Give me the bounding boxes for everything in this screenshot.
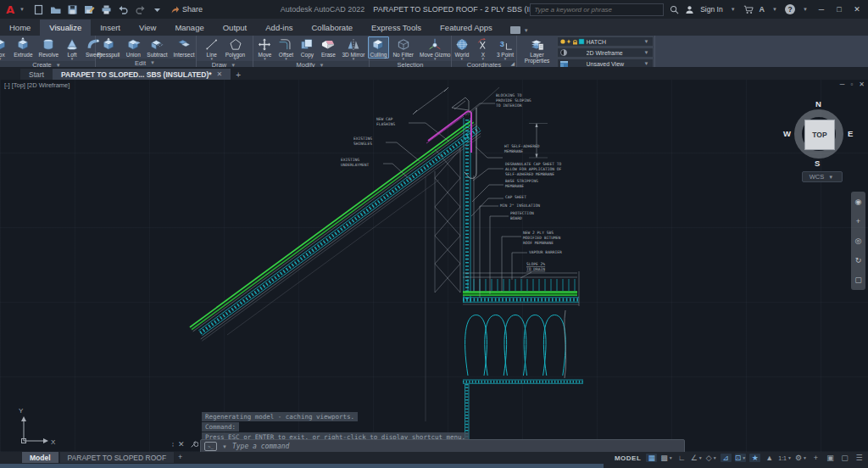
redo-icon[interactable] — [135, 4, 147, 15]
app-logo-icon[interactable]: A — [3, 3, 18, 16]
command-prompt-icon[interactable]: >_ — [204, 442, 217, 451]
offset-button[interactable]: Offset▾ — [275, 36, 296, 61]
command-close-icon[interactable]: ✕ — [178, 440, 185, 448]
revolve-button[interactable]: Revolve — [36, 36, 61, 58]
dropdown-caret-icon[interactable]: ▼ — [644, 50, 649, 55]
command-caret-icon[interactable]: ▼ — [222, 444, 227, 449]
close-button[interactable]: ✕ — [851, 5, 863, 14]
annotation-visibility-icon[interactable]: ★ — [749, 454, 760, 462]
3-point-button[interactable]: 33 Point▾ — [494, 36, 516, 61]
viewcube-east[interactable]: E — [848, 129, 853, 138]
subtract-button[interactable]: Subtract — [144, 36, 170, 58]
no-filter-button[interactable]: No Filter▾ — [390, 36, 416, 61]
presspull-button[interactable]: Presspull — [95, 36, 123, 58]
ribbon-tab-featured-apps[interactable]: Featured Apps — [431, 20, 502, 36]
layer-properties-button[interactable]: Layer Properties — [519, 36, 556, 64]
culling-button[interactable]: Culling — [368, 36, 390, 58]
panel-label-edit[interactable]: Edit▼ — [96, 58, 196, 67]
isodraft-icon[interactable]: ◇▼ — [706, 454, 717, 462]
command-drag-handle-icon[interactable]: ⁞ — [172, 442, 173, 448]
apps-caret-icon[interactable]: ▼ — [772, 7, 777, 12]
app-menu-caret-icon[interactable]: ▼ — [19, 7, 25, 12]
plot-icon[interactable] — [101, 4, 113, 15]
ucs-icon[interactable]: Y X — [19, 407, 56, 446]
union-button[interactable]: Union — [123, 36, 143, 58]
dropdown-2d-wireframe[interactable]: 2D Wireframe▼ — [557, 47, 654, 58]
annotation-autoscale-icon[interactable]: ▲ — [764, 454, 775, 462]
ribbon-tab-output[interactable]: Output — [214, 20, 257, 36]
dropdown-caret-icon[interactable]: ▼ — [644, 61, 649, 66]
ribbon-tab-manage[interactable]: Manage — [165, 20, 213, 36]
command-customize-wrench-icon[interactable] — [190, 440, 198, 448]
viewcube[interactable]: TOP N S W E — [785, 100, 853, 168]
navigation-wheel-icon[interactable]: ◉ — [855, 198, 862, 206]
panel-launcher-icon[interactable]: ◢ — [510, 60, 515, 66]
doc-close-icon[interactable]: ✕ — [859, 81, 865, 88]
polygon-button[interactable]: Polygon▾ — [223, 36, 248, 61]
zoom-icon[interactable]: ◎ — [855, 237, 862, 245]
autodesk-apps-icon[interactable]: A — [760, 5, 765, 14]
undo-icon[interactable] — [118, 4, 130, 15]
pan-icon[interactable]: + — [856, 217, 860, 226]
qat-customize-icon[interactable] — [152, 4, 164, 15]
showmotion-icon[interactable]: ▢ — [854, 276, 862, 284]
object-snap-icon[interactable]: ⊡▼ — [735, 454, 747, 462]
object-snap-tracking-icon[interactable]: ⊿ — [721, 454, 732, 462]
share-button[interactable]: Share — [170, 5, 203, 14]
grid-icon[interactable]: ▦ — [646, 454, 657, 462]
ribbon-tab-collaborate[interactable]: Collaborate — [302, 20, 362, 36]
ribbon-tab-insert[interactable]: Insert — [91, 20, 130, 36]
graphics-performance-icon[interactable]: ▣ — [825, 454, 836, 462]
search-icon[interactable] — [670, 5, 679, 14]
annotation-scale-icon[interactable]: 1:1▼ — [778, 455, 792, 461]
new-file-icon[interactable] — [33, 4, 45, 15]
ribbon-overflow-button[interactable]: ▼ — [505, 25, 536, 36]
help-caret-icon[interactable]: ▼ — [803, 7, 808, 12]
doc-minimize-icon[interactable]: ─ — [840, 81, 845, 88]
save-as-icon[interactable] — [84, 4, 96, 15]
extrude-button[interactable]: Extrude — [11, 36, 35, 58]
search-input[interactable] — [530, 3, 664, 16]
viewport-menu-control[interactable]: [-] — [4, 81, 10, 89]
clean-screen-icon[interactable]: ▢ — [839, 454, 850, 462]
snap-icon[interactable]: ▩▼ — [660, 454, 672, 462]
new-drawing-tab-button[interactable]: + — [236, 70, 241, 80]
save-icon[interactable] — [67, 4, 79, 15]
ortho-icon[interactable]: ∟ — [676, 454, 687, 462]
copy-button[interactable]: Copy — [297, 36, 317, 58]
drawing-canvas[interactable]: BLOCKING TOPROVIDE SLOPINGTO INTERIORNEW… — [0, 80, 868, 452]
command-input[interactable]: Type a command — [232, 443, 289, 450]
ribbon-tab-add-ins[interactable]: Add-ins — [256, 20, 302, 36]
customize-icon[interactable]: ☰ — [854, 454, 865, 462]
viewport-style-control[interactable]: [2D Wireframe] — [27, 81, 70, 89]
viewcube-top-face[interactable]: TOP — [804, 120, 835, 150]
sign-in-caret-icon[interactable]: ▼ — [731, 7, 736, 12]
file-tab-active-doc[interactable]: PARAPET TO SLOPED... SBS (INSULATED)* ✕ — [53, 69, 231, 80]
move-gizmo-button[interactable]: Move Gizmo▾ — [417, 36, 453, 61]
workspace-icon[interactable]: ⚙▼ — [795, 454, 807, 462]
dropdown-hatch[interactable]: HATCH▼ — [557, 36, 654, 47]
dropdown-caret-icon[interactable]: ▼ — [644, 39, 649, 44]
model-tab[interactable]: Model — [22, 452, 58, 463]
viewport-view-control[interactable]: [Top] — [12, 81, 25, 89]
open-file-icon[interactable] — [50, 4, 62, 15]
ribbon-tab-visualize[interactable]: Visualize — [40, 20, 91, 36]
intersect-button[interactable]: Intersect — [171, 36, 198, 58]
x-button[interactable]: X▾ — [473, 36, 493, 61]
move-button[interactable]: Move▾ — [254, 36, 275, 61]
box-button[interactable]: Box▾ — [0, 36, 10, 61]
navigation-bar[interactable]: ◉ + ◎ ↻ ▢ — [851, 192, 865, 290]
ribbon-tab-view[interactable]: View — [130, 20, 165, 36]
ribbon-tab-express-tools[interactable]: Express Tools — [362, 20, 431, 36]
3d-mirror-button[interactable]: 3D Mirror▾ — [339, 36, 367, 61]
file-tab-close-icon[interactable]: ✕ — [217, 70, 223, 78]
object-isolate-icon[interactable]: + — [810, 454, 821, 462]
doc-restore-icon[interactable]: ▫ — [850, 81, 853, 88]
viewcube-north[interactable]: N — [815, 99, 821, 109]
world-button[interactable]: World▾ — [452, 36, 472, 61]
loft-button[interactable]: Loft▾ — [62, 36, 82, 61]
orbit-icon[interactable]: ↻ — [855, 256, 862, 265]
wcs-menu[interactable]: WCS▼ — [802, 171, 843, 182]
polar-tracking-icon[interactable]: ∠▼ — [691, 454, 703, 462]
viewcube-west[interactable]: W — [783, 129, 791, 138]
